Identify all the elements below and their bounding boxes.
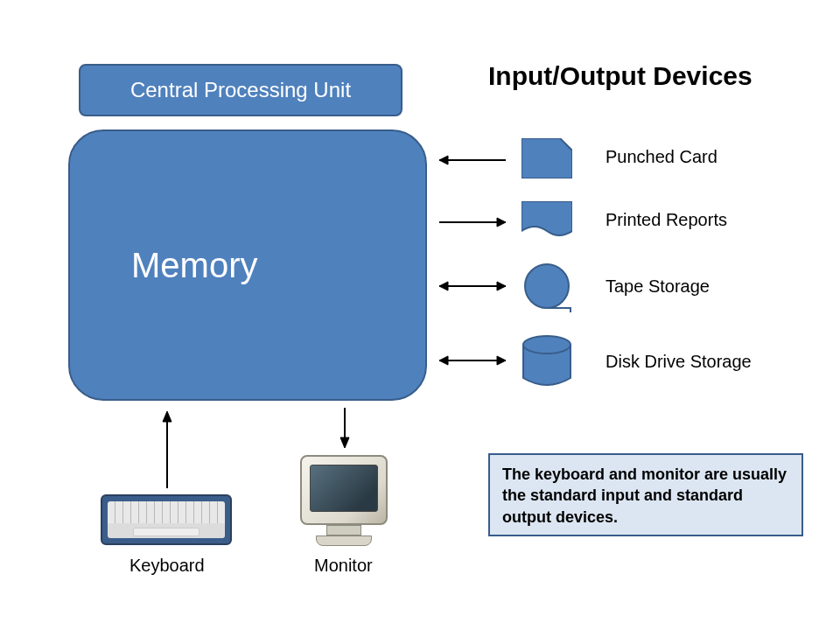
- arrow-printed-reports: [429, 214, 516, 230]
- note-text: The keyboard and monitor are usually the…: [502, 466, 787, 526]
- svg-point-5: [525, 264, 569, 308]
- memory-label: Memory: [131, 246, 257, 285]
- note-box: The keyboard and monitor are usually the…: [488, 453, 803, 536]
- cpu-label: Central Processing Unit: [130, 78, 351, 102]
- svg-marker-12: [497, 356, 506, 365]
- printed-reports-label: Printed Reports: [606, 210, 727, 230]
- cpu-block: Central Processing Unit: [79, 64, 402, 116]
- punched-card-icon: [522, 138, 572, 178]
- tape-storage-label: Tape Storage: [606, 276, 710, 297]
- disk-storage-icon: [522, 334, 572, 388]
- svg-marker-7: [439, 282, 448, 290]
- tape-storage-icon: [522, 262, 572, 313]
- memory-block: Memory: [68, 130, 427, 401]
- svg-point-9: [523, 336, 570, 354]
- arrow-tape-storage: [429, 278, 516, 294]
- svg-marker-2: [439, 156, 448, 164]
- svg-marker-0: [522, 138, 572, 178]
- keyboard-icon: [101, 494, 232, 545]
- printed-reports-icon: [522, 201, 572, 240]
- svg-marker-16: [340, 438, 349, 448]
- monitor-icon: [300, 455, 388, 551]
- svg-marker-4: [497, 218, 506, 227]
- keyboard-label: Keyboard: [130, 556, 205, 576]
- svg-marker-11: [439, 356, 448, 365]
- svg-marker-8: [497, 282, 506, 290]
- arrow-punched-card: [429, 152, 516, 168]
- disk-storage-label: Disk Drive Storage: [606, 352, 752, 372]
- monitor-label: Monitor: [314, 556, 373, 576]
- arrow-keyboard: [159, 404, 175, 492]
- svg-marker-14: [163, 411, 172, 422]
- punched-card-label: Punched Card: [606, 147, 718, 167]
- arrow-monitor: [337, 404, 353, 453]
- arrow-disk-storage: [429, 353, 516, 368]
- io-devices-heading: Input/Output Devices: [488, 61, 752, 91]
